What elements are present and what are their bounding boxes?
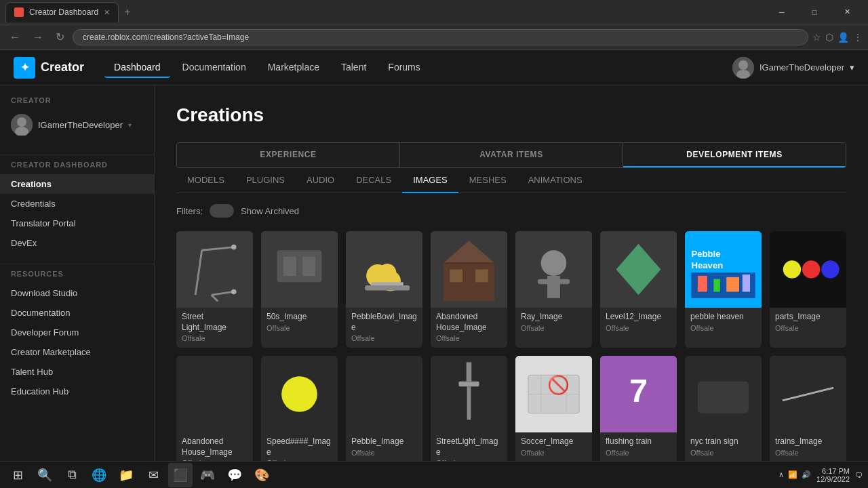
tab-experience[interactable]: EXPERIENCE [177, 143, 400, 167]
edge-icon[interactable]: 🌐 [87, 463, 111, 487]
sidebar-resources-section: RESOURCES Download Studio Documentation … [0, 270, 154, 401]
show-archived-toggle[interactable] [210, 204, 234, 218]
card-flushing-train[interactable]: 7 flushing train Offsale [600, 356, 677, 472]
tab-decals[interactable]: DECALS [345, 168, 402, 193]
tab-avatar-items[interactable]: AVATAR ITEMS [400, 143, 623, 167]
card-status-trains: Offsale [775, 449, 841, 457]
extensions-icon[interactable]: ⬡ [825, 32, 833, 43]
card-soccer[interactable]: 🚫 Soccer_Image Offsale [515, 356, 592, 472]
sidebar-item-education-hub[interactable]: Education Hub [0, 382, 154, 401]
more-icon[interactable]: ⋮ [853, 32, 863, 43]
nav-talent[interactable]: Talent [332, 58, 376, 78]
tab-images[interactable]: IMAGES [402, 168, 458, 193]
network-icon[interactable]: 📶 [788, 470, 797, 479]
nav-forums[interactable]: Forums [378, 58, 429, 78]
sidebar-item-download-studio[interactable]: Download Studio [0, 283, 154, 303]
tab-animations[interactable]: ANIMATIONS [517, 168, 593, 193]
maximize-button[interactable]: □ [799, 2, 830, 22]
forward-button[interactable]: → [28, 28, 47, 46]
card-pebble2[interactable]: Pebble_Image Offsale [346, 356, 422, 472]
sidebar-item-devex[interactable]: DevEx [0, 233, 154, 253]
tab-development-items[interactable]: DEVELOPMENT ITEMS [623, 143, 846, 167]
close-tab-button[interactable]: ✕ [104, 8, 110, 17]
chevron-up-icon[interactable]: ∧ [778, 470, 784, 479]
svg-rect-22 [372, 282, 403, 285]
svg-rect-42 [726, 277, 739, 292]
tab-title: Creator Dashboard [29, 7, 98, 17]
card-ray-image[interactable]: Ray_Image Offsale [515, 231, 592, 348]
card-name-abandoned-house: Abandoned House_Image [436, 312, 502, 333]
tab-models[interactable]: MODELS [176, 168, 235, 193]
task-view[interactable]: ⧉ [60, 463, 84, 487]
studio-icon[interactable]: 🎨 [250, 463, 274, 487]
sidebar-item-developer-forum[interactable]: Developer Forum [0, 323, 154, 342]
card-nyc-train[interactable]: nyc train sign Offsale [685, 356, 762, 472]
profile-icon[interactable]: 👤 [837, 32, 849, 43]
browser-title-bar: Creator Dashboard ✕ + ─ □ ✕ [0, 0, 868, 24]
svg-rect-26 [475, 270, 488, 283]
card-pebblebowl-image[interactable]: PebbleBowl_Image Offsale [346, 231, 422, 348]
notification-icon[interactable]: 🗨 [855, 471, 863, 479]
active-tab[interactable]: Creator Dashboard ✕ [5, 2, 119, 22]
svg-point-47 [821, 260, 839, 278]
user-area[interactable]: IGamerTheDeveloper ▾ [732, 57, 854, 79]
new-tab-button[interactable]: + [119, 6, 136, 18]
svg-rect-40 [698, 276, 707, 292]
card-trains-image[interactable]: trains_Image Offsale [770, 356, 846, 472]
address-bar[interactable] [73, 29, 808, 45]
minimize-button[interactable]: ─ [766, 2, 797, 22]
card-abandoned2[interactable]: Abandoned House_Image Offsale [176, 356, 253, 472]
sidebar-item-translator-portal[interactable]: Translator Portal [0, 214, 154, 233]
search-taskbar[interactable]: 🔍 [33, 463, 57, 487]
card-50s-image[interactable]: 50s_Image Offsale [261, 231, 338, 348]
tab-favicon [14, 7, 24, 17]
back-button[interactable]: ← [5, 28, 24, 46]
card-level12-image[interactable]: Level12_Image Offsale [600, 231, 677, 348]
card-name-pebble-heaven: pebble heaven [690, 312, 756, 323]
nav-dashboard[interactable]: Dashboard [104, 58, 170, 78]
card-parts-image[interactable]: parts_Image Offsale [770, 231, 846, 348]
tab-audio[interactable]: AUDIO [296, 168, 345, 193]
browser-tabs: Creator Dashboard ✕ + [5, 0, 136, 24]
card-status-50s: Offsale [267, 324, 332, 332]
reload-button[interactable]: ↻ [52, 28, 68, 46]
mail-icon[interactable]: ✉ [141, 463, 165, 487]
card-abandoned-house[interactable]: Abandoned House_Image Offsale [431, 231, 507, 348]
sidebar-resources-label: RESOURCES [0, 270, 154, 278]
close-window-button[interactable]: ✕ [831, 2, 863, 22]
sidebar-item-creations[interactable]: Creations [0, 174, 154, 194]
sidebar-user[interactable]: IGamerTheDeveloper ▾ [0, 110, 154, 144]
card-streetlight2[interactable]: StreetLight_Image Offsale [431, 356, 507, 472]
discord-icon[interactable]: 💬 [222, 463, 247, 487]
nav-documentation[interactable]: Documentation [173, 58, 256, 78]
bookmark-icon[interactable]: ☆ [812, 32, 821, 43]
svg-point-30 [541, 250, 567, 276]
card-status-abandoned-house: Offsale [436, 334, 502, 342]
sidebar-item-creator-marketplace[interactable]: Creator Marketplace [0, 342, 154, 362]
svg-point-46 [802, 260, 820, 278]
browser-nav-bar: ← → ↻ ☆ ⬡ 👤 ⋮ [0, 24, 868, 50]
roblox-taskbar-icon[interactable]: ⬛ [168, 463, 193, 487]
card-streetlight-image[interactable]: Street Light_Image Offsale [176, 231, 253, 348]
card-speed-image[interactable]: Speed####_Image Offsale [261, 356, 338, 472]
start-button[interactable]: ⊞ [5, 463, 30, 487]
time-display[interactable]: 6:17 PM 12/9/2022 [816, 467, 850, 483]
tab-plugins[interactable]: PLUGINS [235, 168, 296, 193]
xbox-icon[interactable]: 🎮 [195, 463, 220, 487]
card-info-soccer: Soccer_Image Offsale [515, 432, 592, 462]
nav-marketplace[interactable]: Marketplace [258, 58, 329, 78]
sidebar-item-credentials[interactable]: Credentials [0, 194, 154, 214]
sidebar-creator-label: CREATOR [0, 96, 154, 104]
tab-meshes[interactable]: MESHES [458, 168, 517, 193]
card-pebble-heaven[interactable]: PebbleHeaven pebble heaven Offsale [685, 231, 762, 348]
taskbar-right: ∧ 📶 🔊 6:17 PM 12/9/2022 🗨 [778, 467, 863, 483]
sidebar-item-talent-hub[interactable]: Talent Hub [0, 362, 154, 382]
svg-point-9 [231, 245, 237, 250]
sidebar-item-documentation[interactable]: Documentation [0, 303, 154, 323]
card-name-trains: trains_Image [775, 436, 841, 447]
page-title: Creations [176, 104, 846, 126]
volume-icon[interactable]: 🔊 [802, 470, 811, 479]
explorer-icon[interactable]: 📁 [114, 463, 138, 487]
svg-rect-6 [176, 231, 253, 308]
user-dropdown-icon[interactable]: ▾ [850, 62, 854, 73]
